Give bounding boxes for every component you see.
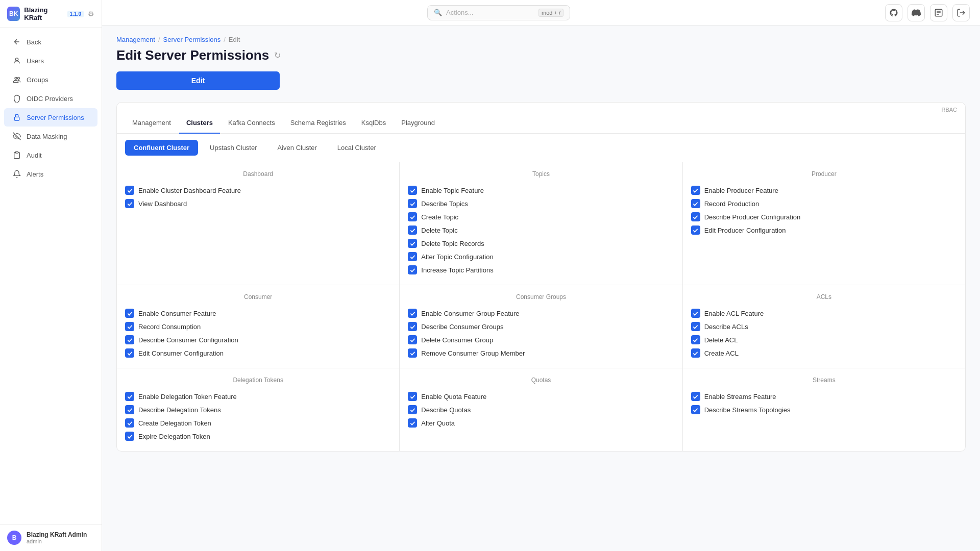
checkbox-checked[interactable]: [408, 186, 417, 195]
perm-item[interactable]: Enable Consumer Feature: [125, 307, 391, 320]
sidebar-item-users[interactable]: Users: [4, 52, 97, 70]
checkbox-checked[interactable]: [125, 432, 134, 441]
perm-item[interactable]: Describe Consumer Groups: [408, 320, 674, 333]
checkbox-checked[interactable]: [125, 405, 134, 414]
checkbox-checked[interactable]: [408, 226, 417, 235]
perm-item[interactable]: Create Topic: [408, 210, 674, 223]
docs-icon-button[interactable]: [930, 4, 947, 21]
breadcrumb-server-permissions[interactable]: Server Permissions: [163, 36, 221, 43]
perm-item[interactable]: Enable Consumer Group Feature: [408, 307, 674, 320]
perm-item[interactable]: Enable Producer Feature: [691, 184, 957, 197]
cluster-tab-upstash[interactable]: Upstash Cluster: [201, 140, 265, 156]
cluster-tab-confluent[interactable]: Confluent Cluster: [125, 140, 198, 156]
tab-playground[interactable]: Playground: [394, 113, 442, 134]
perm-item[interactable]: Describe Topics: [408, 197, 674, 210]
cluster-tab-local[interactable]: Local Cluster: [329, 140, 385, 156]
checkbox-checked[interactable]: [408, 309, 417, 318]
checkbox-checked[interactable]: [408, 199, 417, 208]
perm-item[interactable]: Enable Topic Feature: [408, 184, 674, 197]
perm-item[interactable]: Increase Topic Partitions: [408, 263, 674, 277]
perm-item[interactable]: Enable Cluster Dashboard Feature: [125, 184, 391, 197]
sidebar-item-label: OIDC Providers: [27, 95, 73, 103]
perm-item[interactable]: Enable Quota Feature: [408, 390, 674, 403]
breadcrumb-management[interactable]: Management: [116, 36, 155, 43]
sidebar-item-server-permissions[interactable]: Server Permissions: [4, 108, 97, 127]
perm-section-producer: ProducerEnable Producer FeatureRecord Pr…: [683, 162, 965, 285]
perm-item[interactable]: Describe Quotas: [408, 403, 674, 416]
checkbox-checked[interactable]: [691, 348, 700, 358]
perm-item[interactable]: Expire Delegation Token: [125, 430, 391, 443]
checkbox-checked[interactable]: [691, 226, 700, 235]
perm-item[interactable]: Edit Consumer Configuration: [125, 346, 391, 360]
perm-item[interactable]: Describe Streams Topologies: [691, 403, 957, 416]
tab-ksqldbs[interactable]: KsqlDbs: [354, 113, 393, 134]
discord-icon-button[interactable]: [908, 4, 925, 21]
perm-item[interactable]: Enable ACL Feature: [691, 307, 957, 320]
tab-kafka-connects[interactable]: Kafka Connects: [221, 113, 282, 134]
sidebar-item-audit[interactable]: Audit: [4, 146, 97, 164]
perm-item[interactable]: Enable Delegation Token Feature: [125, 390, 391, 403]
tab-schema-registries[interactable]: Schema Registries: [283, 113, 353, 134]
checkbox-checked[interactable]: [691, 405, 700, 414]
tab-clusters[interactable]: Clusters: [179, 113, 220, 134]
checkbox-checked[interactable]: [408, 265, 417, 274]
checkbox-checked[interactable]: [125, 348, 134, 358]
search-bar[interactable]: 🔍 Actions... mod + /: [427, 5, 570, 20]
checkbox-checked[interactable]: [408, 418, 417, 428]
perm-item[interactable]: Describe Producer Configuration: [691, 210, 957, 223]
sidebar-item-groups[interactable]: Groups: [4, 70, 97, 89]
checkbox-checked[interactable]: [408, 322, 417, 331]
perm-item[interactable]: Alter Quota: [408, 416, 674, 430]
checkbox-checked[interactable]: [691, 322, 700, 331]
checkbox-checked[interactable]: [125, 199, 134, 208]
perm-item[interactable]: Remove Consumer Group Member: [408, 346, 674, 360]
checkbox-checked[interactable]: [691, 212, 700, 221]
perm-item[interactable]: Describe Consumer Configuration: [125, 333, 391, 346]
tab-management[interactable]: Management: [125, 113, 178, 134]
perm-item[interactable]: View Dashboard: [125, 197, 391, 210]
perm-item[interactable]: Enable Streams Feature: [691, 390, 957, 403]
perm-item[interactable]: Alter Topic Configuration: [408, 250, 674, 263]
perm-item[interactable]: Delete Consumer Group: [408, 333, 674, 346]
perm-item[interactable]: Create Delegation Token: [125, 416, 391, 430]
sidebar-item-alerts[interactable]: Alerts: [4, 165, 97, 183]
checkbox-checked[interactable]: [125, 186, 134, 195]
perm-item[interactable]: Delete Topic: [408, 223, 674, 237]
checkbox-checked[interactable]: [691, 335, 700, 344]
perm-item[interactable]: Delete ACL: [691, 333, 957, 346]
perm-item[interactable]: Record Consumption: [125, 320, 391, 333]
checkbox-checked[interactable]: [125, 392, 134, 401]
checkbox-checked[interactable]: [408, 335, 417, 344]
perm-item[interactable]: Create ACL: [691, 346, 957, 360]
perm-item[interactable]: Describe ACLs: [691, 320, 957, 333]
checkbox-checked[interactable]: [691, 186, 700, 195]
github-icon-button[interactable]: [885, 4, 902, 21]
cluster-tab-aiven[interactable]: Aiven Cluster: [269, 140, 326, 156]
checkbox-checked[interactable]: [125, 309, 134, 318]
checkbox-checked[interactable]: [408, 212, 417, 221]
checkbox-checked[interactable]: [408, 405, 417, 414]
perm-item[interactable]: Edit Producer Configuration: [691, 223, 957, 237]
checkbox-checked[interactable]: [125, 418, 134, 428]
refresh-icon[interactable]: ↻: [274, 51, 281, 60]
perm-section-title: Quotas: [408, 377, 674, 384]
checkbox-checked[interactable]: [408, 348, 417, 358]
perm-item[interactable]: Describe Delegation Tokens: [125, 403, 391, 416]
perm-label: Edit Producer Configuration: [704, 227, 786, 234]
checkbox-checked[interactable]: [125, 335, 134, 344]
checkbox-checked[interactable]: [691, 392, 700, 401]
edit-button[interactable]: Edit: [116, 71, 280, 90]
perm-item[interactable]: Delete Topic Records: [408, 237, 674, 250]
checkbox-checked[interactable]: [125, 322, 134, 331]
sidebar-item-back[interactable]: Back: [4, 33, 97, 51]
checkbox-checked[interactable]: [691, 199, 700, 208]
gear-icon[interactable]: ⚙: [88, 10, 94, 18]
checkbox-checked[interactable]: [691, 309, 700, 318]
checkbox-checked[interactable]: [408, 392, 417, 401]
logout-icon-button[interactable]: [952, 4, 970, 21]
perm-item[interactable]: Record Production: [691, 197, 957, 210]
checkbox-checked[interactable]: [408, 252, 417, 261]
sidebar-item-oidc[interactable]: OIDC Providers: [4, 89, 97, 108]
sidebar-item-data-masking[interactable]: Data Masking: [4, 127, 97, 145]
checkbox-checked[interactable]: [408, 239, 417, 248]
